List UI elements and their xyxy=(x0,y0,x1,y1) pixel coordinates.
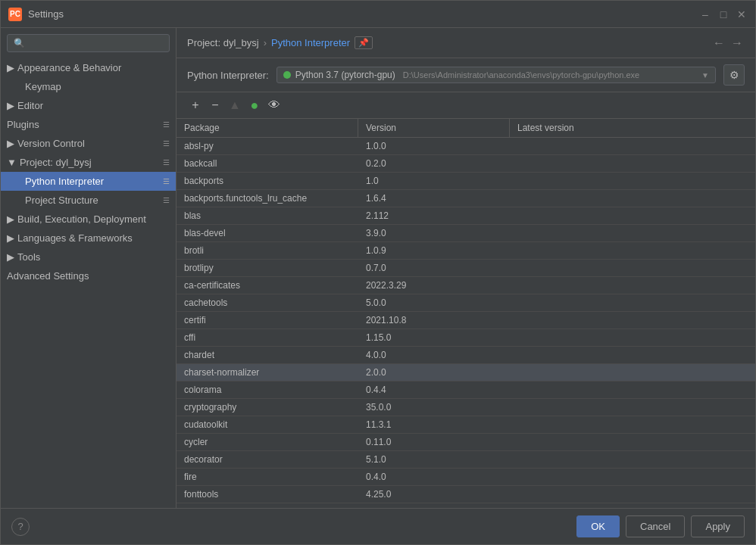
table-row[interactable]: certifi 2021.10.8 xyxy=(177,312,755,329)
package-list: absl-py 1.0.0 backcall 0.2.0 backports 1… xyxy=(177,138,755,508)
sidebar-item-tools[interactable]: ▶ Tools xyxy=(1,248,176,266)
maximize-button[interactable]: □ xyxy=(717,8,729,20)
table-row[interactable]: brotli 1.0.9 xyxy=(177,242,755,260)
table-row[interactable]: ca-certificates 2022.3.29 xyxy=(177,277,755,294)
table-row[interactable]: blas-devel 3.9.0 xyxy=(177,225,755,242)
expand-arrow-icon: ▶ xyxy=(7,138,14,149)
minimize-button[interactable]: – xyxy=(699,8,711,20)
column-latest-version[interactable]: Latest version xyxy=(510,119,755,137)
sidebar-item-editor[interactable]: ▶ Editor xyxy=(1,96,176,115)
table-header: Package Version Latest version xyxy=(177,119,755,138)
cell-package: ca-certificates xyxy=(177,277,358,294)
cell-latest xyxy=(510,312,755,329)
nav-back-button[interactable]: ← xyxy=(711,36,726,50)
column-package[interactable]: Package xyxy=(177,119,358,137)
column-version[interactable]: Version xyxy=(358,119,510,137)
table-row[interactable]: backcall 0.2.0 xyxy=(177,155,755,173)
cell-latest xyxy=(510,155,755,172)
structure-icon: ☰ xyxy=(163,196,170,204)
footer-buttons: OK Cancel Apply xyxy=(576,515,745,537)
pin-button[interactable]: 📌 xyxy=(355,36,373,49)
table-row[interactable]: colorama 0.4.4 xyxy=(177,382,755,399)
sidebar-item-label: Appearance & Behavior xyxy=(17,62,121,73)
table-row[interactable]: cryptography 35.0.0 xyxy=(177,399,755,416)
ok-button[interactable]: OK xyxy=(576,515,620,537)
app-icon: PC xyxy=(8,8,22,21)
table-row[interactable]: backports.functools_lru_cache 1.6.4 xyxy=(177,190,755,207)
sidebar-item-plugins[interactable]: Plugins ☰ xyxy=(1,115,176,134)
cell-version: 2.112 xyxy=(358,207,510,224)
cell-latest xyxy=(510,138,755,154)
interpreter-select[interactable]: Python 3.7 (pytorch-gpu) D:\Users\Admini… xyxy=(276,67,716,83)
sidebar-item-python-interpreter[interactable]: Python Interpreter ☰ xyxy=(1,172,176,191)
cell-latest xyxy=(510,416,755,433)
close-button[interactable]: ✕ xyxy=(736,8,748,20)
sidebar-item-label: Build, Execution, Deployment xyxy=(17,213,146,225)
expand-arrow-icon: ▶ xyxy=(7,213,14,225)
sidebar-item-label: Keymap xyxy=(25,81,61,92)
cell-package: cycler xyxy=(177,434,358,450)
expand-arrow-icon: ▶ xyxy=(7,251,14,263)
table-row[interactable]: freetype 2.10.4 xyxy=(177,503,755,508)
add-package-button[interactable]: + xyxy=(187,97,204,114)
cell-package: decorator xyxy=(177,451,358,468)
refresh-button[interactable]: ● xyxy=(246,97,263,114)
window-title: Settings xyxy=(28,8,699,20)
table-row[interactable]: decorator 5.1.0 xyxy=(177,451,755,469)
table-row[interactable]: absl-py 1.0.0 xyxy=(177,138,755,155)
table-row[interactable]: backports 1.0 xyxy=(177,173,755,190)
table-row[interactable]: fire 0.4.0 xyxy=(177,469,755,486)
vcs-icon: ☰ xyxy=(163,139,170,148)
cell-package: backcall xyxy=(177,155,358,172)
cell-version: 2021.10.8 xyxy=(358,312,510,329)
table-row[interactable]: brotlipy 0.7.0 xyxy=(177,260,755,277)
table-row[interactable]: cffi 1.15.0 xyxy=(177,329,755,347)
cell-latest xyxy=(510,434,755,450)
cell-latest xyxy=(510,329,755,346)
cell-latest xyxy=(510,173,755,189)
sidebar-item-languages[interactable]: ▶ Languages & Frameworks xyxy=(1,229,176,248)
sidebar-item-appearance[interactable]: ▶ Appearance & Behavior xyxy=(1,58,176,77)
interpreter-settings-button[interactable]: ⚙ xyxy=(723,64,745,86)
cell-version: 1.0 xyxy=(358,173,510,189)
table-row[interactable]: fonttools 4.25.0 xyxy=(177,486,755,503)
remove-package-button[interactable]: − xyxy=(207,97,223,114)
apply-button[interactable]: Apply xyxy=(691,515,745,537)
up-button[interactable]: ▲ xyxy=(226,97,243,114)
table-row[interactable]: cachetools 5.0.0 xyxy=(177,294,755,312)
cell-latest xyxy=(510,399,755,416)
sidebar-item-build[interactable]: ▶ Build, Execution, Deployment xyxy=(1,210,176,229)
table-row[interactable]: charset-normalizer 2.0.0 xyxy=(177,364,755,382)
table-row[interactable]: cudatoolkit 11.3.1 xyxy=(177,416,755,434)
cancel-button[interactable]: Cancel xyxy=(626,515,685,537)
help-button[interactable]: ? xyxy=(11,518,30,536)
cell-package: backports.functools_lru_cache xyxy=(177,190,358,207)
table-row[interactable]: chardet 4.0.0 xyxy=(177,347,755,364)
nav-forward-button[interactable]: → xyxy=(729,36,745,50)
cell-latest xyxy=(510,242,755,259)
cell-package: cudatoolkit xyxy=(177,416,358,433)
sidebar-item-advanced-settings[interactable]: Advanced Settings xyxy=(1,266,176,285)
show-options-button[interactable]: 👁 xyxy=(266,97,283,114)
table-row[interactable]: blas 2.112 xyxy=(177,207,755,225)
table-row[interactable]: cycler 0.11.0 xyxy=(177,434,755,451)
cell-latest xyxy=(510,451,755,468)
plugin-icon: ☰ xyxy=(163,120,170,129)
sidebar-item-version-control[interactable]: ▶ Version Control ☰ xyxy=(1,134,176,153)
cell-latest xyxy=(510,294,755,311)
cell-package: charset-normalizer xyxy=(177,364,358,381)
gear-icon: ⚙ xyxy=(729,69,739,81)
sidebar-item-label: Languages & Frameworks xyxy=(17,232,133,244)
breadcrumb-current: Python Interpreter xyxy=(271,37,350,48)
breadcrumb-project[interactable]: Project: dyl_bysj xyxy=(187,37,259,48)
search-input[interactable] xyxy=(7,34,170,52)
sidebar-item-keymap[interactable]: Keymap xyxy=(1,77,176,96)
expand-arrow-icon: ▶ xyxy=(7,232,14,244)
cell-package: certifi xyxy=(177,312,358,329)
sidebar: ▶ Appearance & Behavior Keymap ▶ Editor … xyxy=(1,28,177,508)
sidebar-item-project-structure[interactable]: Project Structure ☰ xyxy=(1,191,176,210)
main-content: ▶ Appearance & Behavior Keymap ▶ Editor … xyxy=(1,28,755,508)
cell-latest xyxy=(510,382,755,398)
cell-latest xyxy=(510,225,755,241)
sidebar-item-project[interactable]: ▼ Project: dyl_bysj ☰ xyxy=(1,153,176,172)
